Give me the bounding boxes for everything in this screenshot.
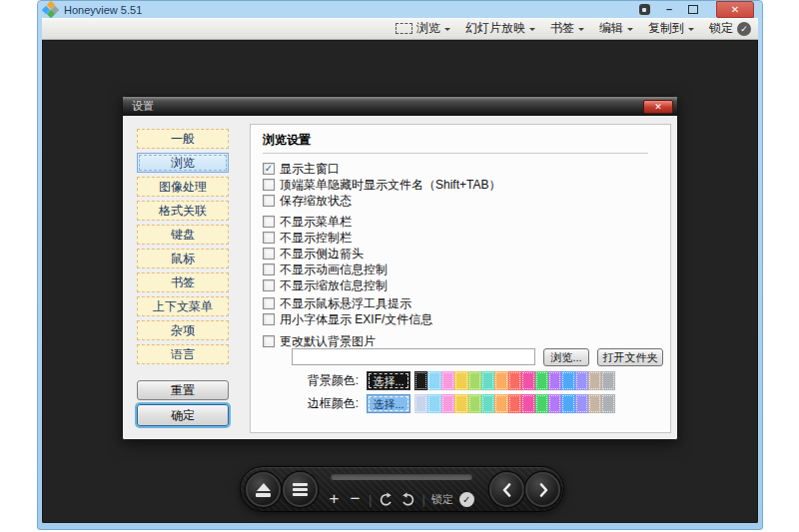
color-swatch[interactable]	[548, 394, 561, 413]
checkbox-row: 保存缩放状态	[263, 193, 664, 209]
color-swatch[interactable]	[454, 394, 467, 413]
background-path-input[interactable]	[292, 348, 535, 365]
checkbox-group-2: 不显示鼠标悬浮工具提示用小字体显示 EXIF/文件信息	[263, 295, 664, 327]
choose-border-color-button[interactable]: 选择...	[367, 394, 410, 413]
checkbox-row: 不显示侧边箭头	[263, 246, 664, 262]
sidebar-item-2[interactable]: 图像处理	[137, 177, 229, 197]
color-swatch[interactable]	[414, 394, 427, 413]
color-swatch[interactable]	[521, 371, 534, 390]
toolbar-item-label: 浏览	[416, 20, 440, 37]
sidebar-item-7[interactable]: 上下文菜单	[137, 296, 229, 316]
checkbox[interactable]	[263, 248, 275, 260]
checkbox-label: 顶端菜单隐藏时显示文件名（Shift+TAB）	[280, 177, 500, 194]
ok-button[interactable]: 确定	[137, 404, 229, 426]
checkbox[interactable]	[263, 179, 275, 191]
toolbar-item-lock[interactable]: 锁定✓	[709, 20, 751, 37]
next-button[interactable]	[525, 472, 560, 507]
color-swatch[interactable]	[494, 371, 507, 390]
checkbox[interactable]	[263, 297, 275, 309]
rotate-left-button[interactable]	[378, 491, 394, 507]
zoom-slider[interactable]	[331, 473, 472, 480]
eject-button[interactable]	[246, 472, 281, 507]
checkbox[interactable]	[263, 216, 275, 228]
sidebar-item-1[interactable]: 浏览	[137, 153, 229, 173]
sidebar-item-4[interactable]: 键盘	[137, 225, 229, 245]
menu-button[interactable]	[283, 472, 318, 507]
toolbar-item-label: 锁定	[709, 20, 733, 37]
previous-button[interactable]	[489, 472, 524, 507]
color-swatch[interactable]	[508, 371, 521, 390]
sidebar-item-8[interactable]: 杂项	[137, 320, 229, 340]
sidebar-item-5[interactable]: 鼠标	[137, 249, 229, 268]
minimize-button[interactable]: –	[666, 1, 672, 18]
checkbox[interactable]	[263, 195, 275, 207]
color-swatch[interactable]	[601, 371, 614, 390]
always-on-top-icon[interactable]	[639, 4, 650, 15]
color-swatch[interactable]	[588, 371, 601, 390]
color-swatch[interactable]	[468, 394, 481, 413]
color-swatch[interactable]	[588, 394, 601, 413]
checkbox[interactable]	[263, 313, 275, 325]
checkbox-row: ✓显示主窗口	[263, 161, 664, 177]
color-swatch[interactable]	[535, 394, 548, 413]
checkbox-group-3: 更改默认背景图片	[263, 333, 664, 349]
toolbar-item-edit[interactable]: 编辑	[599, 20, 633, 37]
background-image-row: 浏览... 打开文件夹	[251, 348, 670, 366]
sidebar-item-3[interactable]: 格式关联	[137, 201, 229, 221]
checkbox[interactable]	[263, 264, 275, 275]
sidebar-item-6[interactable]: 书签	[137, 272, 229, 292]
toolbar-item-bookmark[interactable]: 书签	[550, 20, 584, 37]
color-swatch[interactable]	[481, 394, 494, 413]
zoom-in-button[interactable]: +	[327, 490, 342, 508]
color-swatch[interactable]	[575, 371, 588, 390]
color-swatch[interactable]	[508, 394, 521, 413]
divider: |	[421, 492, 424, 507]
checkbox[interactable]: ✓	[263, 163, 275, 175]
color-swatch[interactable]	[468, 371, 481, 390]
checkbox[interactable]	[263, 335, 275, 347]
color-swatch[interactable]	[454, 371, 467, 390]
sidebar-item-0[interactable]: 一般	[137, 129, 229, 149]
checkbox-row: 更改默认背景图片	[263, 333, 664, 349]
checkbox[interactable]	[263, 232, 275, 244]
toolbar-item-slideshow[interactable]: 幻灯片放映	[465, 20, 535, 37]
panel-heading: 浏览设置	[263, 132, 311, 149]
lock-check-icon[interactable]: ✓	[459, 492, 474, 507]
dialog-close-button[interactable]: ✕	[643, 100, 673, 114]
color-swatch[interactable]	[427, 371, 440, 390]
color-swatch[interactable]	[561, 394, 574, 413]
chevron-left-icon	[498, 481, 516, 499]
color-swatch[interactable]	[494, 394, 507, 413]
control-bar-middle: + − | | 锁定 ✓	[327, 489, 474, 509]
chevron-right-icon	[534, 481, 552, 499]
color-swatch[interactable]	[427, 394, 440, 413]
sidebar-item-9[interactable]: 语言	[137, 344, 229, 364]
dialog-titlebar[interactable]: 设置 ✕	[123, 97, 677, 116]
toolbar-item-copy-to[interactable]: 复制到	[648, 20, 694, 37]
color-swatch[interactable]	[441, 371, 454, 390]
open-folder-button[interactable]: 打开文件夹	[597, 348, 663, 366]
reset-button[interactable]: 重置	[137, 380, 229, 400]
checkbox-group-0: ✓显示主窗口顶端菜单隐藏时显示文件名（Shift+TAB）保存缩放状态	[263, 161, 664, 209]
color-swatch[interactable]	[481, 371, 494, 390]
toolbar-item-browse[interactable]: 浏览	[396, 20, 450, 37]
rotate-right-button[interactable]	[400, 491, 415, 507]
close-button[interactable]: ✕	[716, 1, 754, 18]
color-swatch[interactable]	[441, 394, 454, 413]
color-swatch[interactable]	[548, 371, 561, 390]
color-swatch[interactable]	[521, 394, 534, 413]
browse-button[interactable]: 浏览...	[543, 348, 589, 366]
zoom-out-button[interactable]: −	[348, 490, 363, 508]
color-swatch[interactable]	[601, 394, 614, 413]
honeyview-logo-icon	[43, 2, 58, 17]
color-swatch[interactable]	[414, 371, 427, 390]
bg-swatches	[414, 371, 615, 390]
checkbox-row: 用小字体显示 EXIF/文件信息	[263, 311, 664, 327]
choose-background-color-button[interactable]: 选择...	[367, 371, 410, 390]
checkbox[interactable]	[263, 279, 275, 291]
color-swatch[interactable]	[535, 371, 548, 390]
color-swatch[interactable]	[561, 371, 574, 390]
color-swatch[interactable]	[575, 394, 588, 413]
maximize-button[interactable]	[688, 5, 698, 14]
toolbar-item-label: 复制到	[648, 20, 684, 37]
